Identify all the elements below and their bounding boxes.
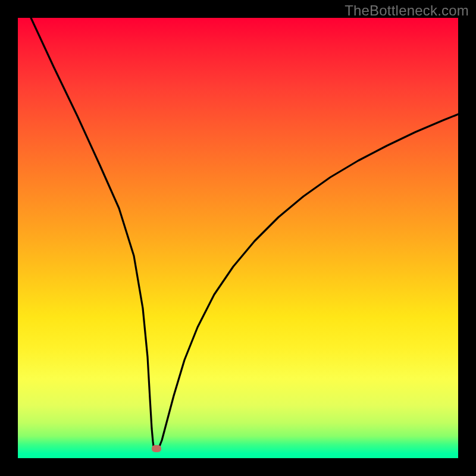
plot-area xyxy=(18,18,458,458)
bottleneck-marker xyxy=(152,445,161,452)
bottleneck-curve xyxy=(18,18,458,458)
curve-path xyxy=(31,18,458,449)
chart-frame: TheBottleneck.com xyxy=(0,0,476,476)
watermark-text: TheBottleneck.com xyxy=(345,2,469,19)
